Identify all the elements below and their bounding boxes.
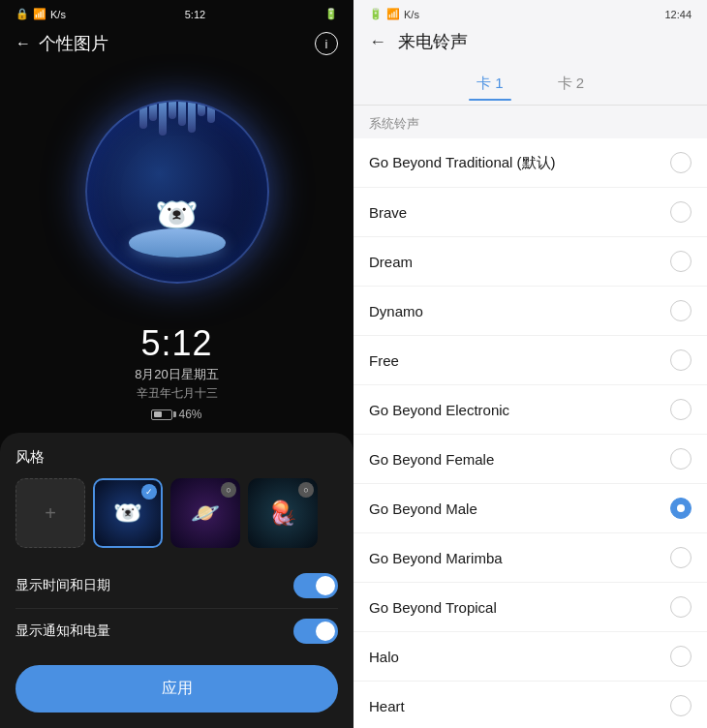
- toggle-row-datetime: 显示时间和日期: [15, 563, 338, 609]
- left-panel: 🔒 📶 K/s 5:12 🔋 ← 个性图片 i: [0, 0, 354, 728]
- ringtone-name: Go Beyond Traditional (默认): [369, 154, 556, 172]
- info-icon[interactable]: i: [315, 32, 338, 55]
- toggle-notification-label: 显示通知和电量: [15, 622, 110, 640]
- ringtone-name: Go Beyond Male: [369, 500, 477, 517]
- tabs-container: 卡 1 卡 2: [354, 63, 707, 106]
- list-item[interactable]: Go Beyond Electronic: [354, 385, 707, 435]
- icicle: [188, 102, 196, 133]
- radio-circle[interactable]: [670, 152, 692, 173]
- radio-circle[interactable]: [670, 201, 692, 223]
- list-item[interactable]: Dynamo: [354, 287, 707, 336]
- style-section-title: 风格: [15, 448, 338, 467]
- battery-display: 46%: [0, 408, 354, 421]
- list-item[interactable]: Go Beyond Tropical: [354, 583, 707, 632]
- page-title-right: 来电铃声: [398, 30, 468, 53]
- radio-circle[interactable]: [670, 646, 692, 667]
- toggle-notification[interactable]: [293, 619, 338, 644]
- radio-circle[interactable]: [670, 300, 692, 321]
- list-item[interactable]: Go Beyond Marimba: [354, 533, 707, 583]
- datetime-section: 5:12 8月20日星期五 辛丑年七月十三 46%: [0, 316, 354, 425]
- list-item[interactable]: Dream: [354, 237, 707, 287]
- tab-card2[interactable]: 卡 2: [550, 71, 593, 101]
- info-symbol: i: [325, 37, 328, 51]
- icicle: [149, 102, 157, 121]
- icicle: [178, 102, 186, 126]
- status-right-icons: 🔋: [324, 8, 338, 20]
- radio-circle[interactable]: [670, 498, 692, 519]
- radio-circle[interactable]: [670, 251, 692, 272]
- ringtone-name: Heart: [369, 698, 405, 714]
- date-display: 8月20日星期五: [0, 366, 354, 383]
- radio-circle[interactable]: [670, 399, 692, 420]
- ringtone-name: Free: [369, 352, 399, 369]
- status-time-left: 5:12: [185, 9, 205, 20]
- page-title-left: 个性图片: [39, 32, 108, 55]
- list-item[interactable]: Free: [354, 336, 707, 385]
- status-icons-right: 🔋 📶 K/s: [369, 8, 419, 20]
- section-label-ringtone: 系统铃声: [354, 106, 707, 138]
- apply-button[interactable]: 应用: [15, 665, 338, 713]
- style-thumb-jelly[interactable]: ○ 🪼: [248, 478, 318, 548]
- bear-silhouette: 🐻‍❄️: [155, 195, 199, 235]
- right-panel: 🔋 📶 K/s 12:44 ← 来电铃声 卡 1 卡 2 系统铃声 Go Bey…: [354, 0, 707, 728]
- battery-status-icon: 🔋: [324, 8, 338, 20]
- style-thumb-planet[interactable]: ○ 🪐: [170, 478, 240, 548]
- bear-thumb-emoji: 🐻‍❄️: [113, 500, 142, 527]
- add-style-button[interactable]: +: [15, 478, 85, 548]
- add-icon: +: [45, 502, 56, 525]
- list-item[interactable]: Go Beyond Traditional (默认): [354, 138, 707, 188]
- ringtone-name: Halo: [369, 649, 399, 665]
- jelly-check: ○: [298, 482, 314, 498]
- ringtone-name: Go Beyond Female: [369, 451, 494, 468]
- icicle: [159, 102, 167, 136]
- toggle-datetime[interactable]: [293, 573, 338, 598]
- network-speed-right: K/s: [404, 9, 419, 20]
- lunar-date: 辛丑年七月十三: [0, 385, 354, 402]
- list-item[interactable]: Brave: [354, 188, 707, 237]
- status-time-right: 12:44: [664, 9, 692, 20]
- network-speed: K/s: [50, 9, 66, 20]
- ringtone-name: Brave: [369, 204, 407, 221]
- radio-circle[interactable]: [670, 695, 692, 716]
- toggle-datetime-label: 显示时间和日期: [15, 577, 110, 594]
- back-button-left[interactable]: ← 个性图片: [15, 32, 108, 55]
- icicle: [198, 102, 205, 116]
- wifi-icon: 📶: [33, 8, 46, 20]
- planet-thumb-emoji: 🪐: [191, 500, 220, 527]
- planet-check: ○: [221, 482, 236, 498]
- back-arrow-left: ←: [15, 35, 31, 52]
- list-item[interactable]: Halo: [354, 632, 707, 682]
- wallpaper-preview: 🐻‍❄️: [0, 67, 354, 316]
- back-arrow-right[interactable]: ←: [369, 32, 386, 52]
- time-display: 5:12: [0, 323, 354, 364]
- radio-circle[interactable]: [670, 448, 692, 470]
- ringtone-name: Go Beyond Tropical: [369, 599, 497, 616]
- status-bar-left: 🔒 📶 K/s 5:12 🔋: [0, 0, 354, 24]
- ringtone-name: Go Beyond Marimba: [369, 550, 503, 566]
- battery-icon-right: 🔋: [369, 8, 383, 20]
- lock-icon: 🔒: [15, 8, 29, 20]
- battery-icon: [151, 410, 172, 420]
- ringtone-name: Dynamo: [369, 303, 423, 319]
- style-thumb-bear[interactable]: ✓ 🐻‍❄️: [93, 478, 163, 548]
- radio-circle[interactable]: [670, 349, 692, 371]
- status-left-icons: 🔒 📶 K/s: [15, 8, 66, 20]
- polar-bear-scene: 🐻‍❄️: [80, 95, 274, 288]
- battery-percentage: 46%: [178, 408, 201, 421]
- tab-card1[interactable]: 卡 1: [469, 71, 511, 101]
- status-bar-right: 🔋 📶 K/s 12:44: [354, 0, 707, 24]
- radio-circle[interactable]: [670, 547, 692, 568]
- list-item[interactable]: Heart: [354, 682, 707, 728]
- ringtone-list: Go Beyond Traditional (默认)BraveDreamDyna…: [354, 138, 707, 728]
- list-item[interactable]: Go Beyond Male: [354, 484, 707, 533]
- header-left: ← 个性图片 i: [0, 24, 354, 67]
- style-thumbnails: + ✓ 🐻‍❄️ ○ 🪐 ○ 🪼: [15, 478, 338, 548]
- icicle: [169, 102, 176, 119]
- header-right: ← 来电铃声: [354, 24, 707, 63]
- ringtone-name: Go Beyond Electronic: [369, 402, 509, 418]
- battery-fill: [154, 411, 162, 417]
- list-item[interactable]: Go Beyond Female: [354, 435, 707, 484]
- wifi-icon-right: 📶: [386, 8, 400, 20]
- toggle-row-notification: 显示通知和电量: [15, 609, 338, 653]
- radio-circle[interactable]: [670, 596, 692, 618]
